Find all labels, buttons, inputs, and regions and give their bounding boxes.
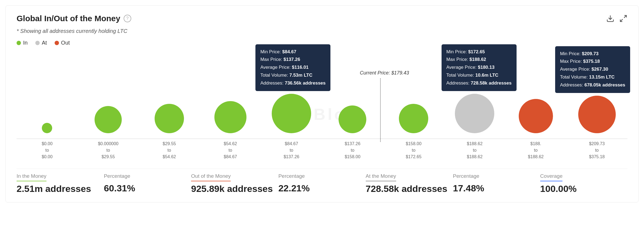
tooltip-2: Min Price: $172.65 Max Price: $188.62 Av… (442, 44, 517, 91)
bubble-3 (155, 104, 184, 133)
legend-label-at: At (42, 40, 47, 46)
header-icons (606, 14, 627, 23)
stat-value-in-pct: 60.31% (104, 183, 191, 194)
bubble-col-5: Min Price: $84.67 Max Price: $137.26 Ave… (261, 94, 322, 133)
tooltip1-addr: Addresses: 736.56k addresses (260, 79, 326, 87)
bubble-col-4 (200, 101, 261, 133)
stat-coverage: Coverage 100.00% (540, 173, 627, 194)
stats-row: In the Money 2.51m addresses Percentage … (17, 169, 627, 194)
bubble-1 (42, 123, 52, 133)
stat-out-money: Out of the Money 925.89k addresses (191, 173, 278, 194)
stat-value-out-pct: 22.21% (278, 183, 365, 194)
legend-dot-at (35, 41, 40, 45)
tooltip3-vol: Total Volume: 13.15m LTC (560, 73, 625, 81)
tooltip-3: Min Price: $209.73 Max Price: $375.18 Av… (555, 46, 630, 93)
volume-button[interactable]: Volume (599, 54, 627, 65)
bubbles-row: Min Price: $84.67 Max Price: $137.26 Ave… (17, 68, 627, 139)
chart-area: IntoBlock Current Price: $179.43 (17, 68, 627, 160)
tooltip2-addr: Addresses: 728.58k addresses (446, 79, 512, 87)
stat-value-at-pct: 17.48% (453, 183, 540, 194)
tooltip3-addr: Addresses: 678.05k addresses (560, 81, 625, 89)
label-col-8: $188.62to$188.62 (444, 139, 505, 160)
page-title: Global In/Out of the Money (17, 14, 120, 23)
legend-dot-out (55, 41, 59, 45)
label-col-1: $0.00to$0.00 (17, 139, 78, 160)
stat-label-at-money: At the Money (366, 173, 396, 181)
label-col-7: $158.00to$172.65 (383, 139, 444, 160)
svg-line-2 (620, 19, 623, 22)
bubble-col-1 (17, 123, 78, 133)
bubble-col-9 (505, 99, 566, 133)
label-col-5: $84.67to$137.26 (261, 139, 322, 160)
bubble-4 (214, 101, 246, 133)
expand-icon[interactable] (619, 14, 627, 23)
stat-label-in-pct: Percentage (104, 173, 130, 181)
legend-in: In (17, 40, 28, 46)
stat-in-money: In the Money 2.51m addresses (17, 173, 104, 194)
label-col-3: $29.55to$54.62 (139, 139, 200, 160)
stat-at-money: At the Money 728.58k addresses (366, 173, 453, 194)
stat-label-out-pct: Percentage (278, 173, 305, 181)
download-icon[interactable] (606, 14, 614, 23)
header-row: Global In/Out of the Money ? (17, 14, 627, 23)
stat-value-out-money: 925.89k addresses (191, 183, 278, 194)
stat-label-out-money: Out of the Money (191, 173, 231, 181)
stat-label-in-money: In the Money (17, 173, 46, 181)
labels-row: $0.00to$0.00 $0.000000to$29.55 $29.55to$… (17, 139, 627, 160)
tooltip2-vol: Total Volume: 10.6m LTC (446, 71, 512, 79)
addresses-button[interactable]: Addresses (563, 54, 599, 65)
stat-value-coverage: 100.00% (540, 183, 627, 194)
bubble-2 (95, 106, 122, 133)
label-col-4: $54.62to$84.67 (200, 139, 261, 160)
stat-label-coverage: Coverage (540, 173, 562, 181)
stat-out-pct: Percentage 22.21% (278, 173, 365, 194)
main-card: Global In/Out of the Money ? * Showing a… (5, 5, 639, 203)
stat-value-at-money: 728.58k addresses (366, 183, 453, 194)
tooltip3-avg: Average Price: $267.30 (560, 66, 625, 73)
legend-dot-in (17, 41, 21, 45)
bubble-6 (339, 105, 366, 133)
legend: In At Out (17, 40, 627, 46)
legend-label-in: In (23, 40, 28, 46)
subtitle: * Showing all addresses currently holdin… (17, 28, 627, 34)
stat-value-in-money: 2.51m addresses (17, 183, 104, 194)
label-col-9: $188.to$188.62 (505, 139, 566, 160)
bubble-col-3 (139, 104, 200, 133)
stat-in-pct: Percentage 60.31% (104, 173, 191, 194)
legend-at: At (35, 40, 47, 46)
bubble-7 (399, 104, 428, 133)
bubble-8 (455, 94, 494, 133)
bubble-col-10: Min Price: $209.73 Max Price: $375.18 Av… (566, 96, 627, 133)
legend-label-out: Out (61, 40, 70, 46)
legend-out: Out (55, 40, 70, 46)
label-col-2: $0.000000to$29.55 (78, 139, 139, 160)
stat-label-at-pct: Percentage (453, 173, 479, 181)
bubble-col-2 (78, 106, 139, 133)
bubble-col-6 (322, 105, 383, 133)
view-toggle: Addresses Volume (563, 54, 627, 65)
tooltip-1: Min Price: $84.67 Max Price: $137.26 Ave… (255, 44, 330, 91)
bubble-10 (578, 96, 616, 133)
label-col-10: $209.73to$375.18 (566, 139, 627, 160)
svg-line-1 (624, 15, 627, 18)
title-area: Global In/Out of the Money ? (17, 14, 131, 23)
label-col-6: $137.26to$158.00 (322, 139, 383, 160)
stat-at-pct: Percentage 17.48% (453, 173, 540, 194)
bubble-5 (272, 94, 311, 133)
bubble-col-8: Min Price: $172.65 Max Price: $188.62 Av… (444, 94, 505, 133)
help-icon[interactable]: ? (124, 15, 131, 22)
tooltip1-vol: Total Volume: 7.53m LTC (260, 71, 326, 79)
bubble-col-7 (383, 104, 444, 133)
bubble-9 (519, 99, 553, 133)
chart-controls: Addresses Volume (17, 54, 627, 65)
